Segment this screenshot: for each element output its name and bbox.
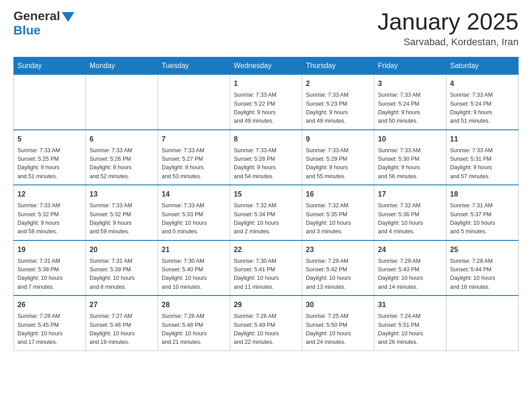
calendar-cell: 12Sunrise: 7:33 AM Sunset: 5:32 PM Dayli… (14, 185, 86, 240)
day-number: 21 (162, 244, 226, 255)
day-number: 16 (306, 189, 370, 200)
calendar-cell: 18Sunrise: 7:31 AM Sunset: 5:37 PM Dayli… (446, 185, 519, 240)
calendar-subtitle: Sarvabad, Kordestan, Iran (378, 36, 519, 48)
calendar-week-row: 26Sunrise: 7:28 AM Sunset: 5:45 PM Dayli… (14, 295, 519, 351)
day-info: Sunrise: 7:31 AM Sunset: 5:37 PM Dayligh… (450, 201, 515, 236)
calendar-cell: 20Sunrise: 7:31 AM Sunset: 5:39 PM Dayli… (86, 240, 158, 296)
day-number: 13 (90, 189, 154, 200)
calendar-cell: 5Sunrise: 7:33 AM Sunset: 5:25 PM Daylig… (14, 130, 86, 185)
day-info: Sunrise: 7:32 AM Sunset: 5:36 PM Dayligh… (378, 201, 442, 236)
weekday-header-thursday: Thursday (302, 57, 374, 75)
day-number: 3 (378, 78, 442, 89)
day-info: Sunrise: 7:33 AM Sunset: 5:22 PM Dayligh… (234, 91, 298, 126)
day-number: 30 (306, 300, 370, 310)
day-number: 2 (306, 78, 370, 89)
day-number: 23 (306, 244, 370, 255)
day-number: 29 (234, 300, 298, 310)
day-info: Sunrise: 7:29 AM Sunset: 5:42 PM Dayligh… (306, 257, 370, 292)
day-number: 31 (378, 300, 442, 310)
weekday-header-saturday: Saturday (446, 57, 519, 75)
calendar-cell: 4Sunrise: 7:33 AM Sunset: 5:24 PM Daylig… (446, 75, 519, 130)
calendar-week-row: 19Sunrise: 7:31 AM Sunset: 5:38 PM Dayli… (14, 240, 519, 296)
day-number: 27 (90, 300, 154, 310)
calendar-cell (14, 75, 86, 130)
day-number: 8 (234, 134, 298, 145)
calendar-cell: 14Sunrise: 7:33 AM Sunset: 5:33 PM Dayli… (158, 185, 230, 240)
calendar-cell: 6Sunrise: 7:33 AM Sunset: 5:26 PM Daylig… (86, 130, 158, 185)
calendar-title: January 2025 (378, 9, 519, 34)
calendar-cell (158, 75, 230, 130)
calendar-cell: 15Sunrise: 7:32 AM Sunset: 5:34 PM Dayli… (230, 185, 302, 240)
day-info: Sunrise: 7:33 AM Sunset: 5:27 PM Dayligh… (162, 146, 226, 181)
day-info: Sunrise: 7:32 AM Sunset: 5:35 PM Dayligh… (306, 201, 370, 236)
calendar-cell: 22Sunrise: 7:30 AM Sunset: 5:41 PM Dayli… (230, 240, 302, 296)
weekday-header-wednesday: Wednesday (230, 57, 302, 75)
day-number: 22 (234, 244, 298, 255)
day-info: Sunrise: 7:26 AM Sunset: 5:48 PM Dayligh… (162, 312, 226, 347)
day-info: Sunrise: 7:30 AM Sunset: 5:41 PM Dayligh… (234, 257, 298, 292)
calendar-cell: 7Sunrise: 7:33 AM Sunset: 5:27 PM Daylig… (158, 130, 230, 185)
logo-triangle-icon (62, 12, 74, 22)
day-info: Sunrise: 7:33 AM Sunset: 5:26 PM Dayligh… (90, 146, 154, 181)
day-number: 18 (450, 189, 515, 200)
day-info: Sunrise: 7:26 AM Sunset: 5:49 PM Dayligh… (234, 312, 298, 347)
weekday-header-monday: Monday (86, 57, 158, 75)
day-number: 5 (17, 134, 82, 145)
calendar-cell: 31Sunrise: 7:24 AM Sunset: 5:51 PM Dayli… (374, 295, 446, 351)
calendar-cell: 9Sunrise: 7:33 AM Sunset: 5:29 PM Daylig… (302, 130, 374, 185)
calendar-cell: 17Sunrise: 7:32 AM Sunset: 5:36 PM Dayli… (374, 185, 446, 240)
day-info: Sunrise: 7:30 AM Sunset: 5:40 PM Dayligh… (162, 257, 226, 292)
logo-general-text: General (13, 9, 60, 23)
calendar-header: SundayMondayTuesdayWednesdayThursdayFrid… (14, 57, 519, 75)
calendar-cell: 3Sunrise: 7:33 AM Sunset: 5:24 PM Daylig… (374, 75, 446, 130)
calendar-cell: 13Sunrise: 7:33 AM Sunset: 5:32 PM Dayli… (86, 185, 158, 240)
calendar-cell: 2Sunrise: 7:33 AM Sunset: 5:23 PM Daylig… (302, 75, 374, 130)
page-header: General Blue January 2025 Sarvabad, Kord… (13, 9, 519, 48)
calendar-cell: 11Sunrise: 7:33 AM Sunset: 5:31 PM Dayli… (446, 130, 519, 185)
day-info: Sunrise: 7:33 AM Sunset: 5:24 PM Dayligh… (378, 91, 442, 126)
day-number: 6 (90, 134, 154, 145)
calendar-cell: 16Sunrise: 7:32 AM Sunset: 5:35 PM Dayli… (302, 185, 374, 240)
day-info: Sunrise: 7:33 AM Sunset: 5:28 PM Dayligh… (234, 146, 298, 181)
day-number: 7 (162, 134, 226, 145)
day-number: 4 (450, 78, 515, 89)
calendar-cell: 8Sunrise: 7:33 AM Sunset: 5:28 PM Daylig… (230, 130, 302, 185)
day-number: 11 (450, 134, 515, 145)
day-number: 24 (378, 244, 442, 255)
day-number: 14 (162, 189, 226, 200)
calendar-cell: 21Sunrise: 7:30 AM Sunset: 5:40 PM Dayli… (158, 240, 230, 296)
day-number: 20 (90, 244, 154, 255)
day-info: Sunrise: 7:24 AM Sunset: 5:51 PM Dayligh… (378, 312, 442, 347)
calendar-cell (86, 75, 158, 130)
day-number: 28 (162, 300, 226, 310)
day-number: 10 (378, 134, 442, 145)
weekday-header-tuesday: Tuesday (158, 57, 230, 75)
day-number: 12 (17, 189, 82, 200)
day-number: 15 (234, 189, 298, 200)
day-info: Sunrise: 7:32 AM Sunset: 5:34 PM Dayligh… (234, 201, 298, 236)
logo: General Blue (13, 9, 74, 38)
day-number: 1 (234, 78, 298, 89)
day-number: 17 (378, 189, 442, 200)
calendar-table: SundayMondayTuesdayWednesdayThursdayFrid… (13, 57, 519, 351)
day-number: 26 (17, 300, 82, 310)
calendar-cell: 1Sunrise: 7:33 AM Sunset: 5:22 PM Daylig… (230, 75, 302, 130)
calendar-cell: 23Sunrise: 7:29 AM Sunset: 5:42 PM Dayli… (302, 240, 374, 296)
day-info: Sunrise: 7:33 AM Sunset: 5:32 PM Dayligh… (17, 201, 82, 236)
day-info: Sunrise: 7:33 AM Sunset: 5:23 PM Dayligh… (306, 91, 370, 126)
calendar-cell: 28Sunrise: 7:26 AM Sunset: 5:48 PM Dayli… (158, 295, 230, 351)
logo-blue-text: Blue (13, 23, 41, 38)
day-info: Sunrise: 7:33 AM Sunset: 5:30 PM Dayligh… (378, 146, 442, 181)
day-info: Sunrise: 7:31 AM Sunset: 5:39 PM Dayligh… (90, 257, 154, 292)
day-number: 25 (450, 244, 515, 255)
weekday-header-row: SundayMondayTuesdayWednesdayThursdayFrid… (14, 57, 519, 75)
weekday-header-sunday: Sunday (14, 57, 86, 75)
title-block: January 2025 Sarvabad, Kordestan, Iran (378, 9, 519, 48)
day-info: Sunrise: 7:28 AM Sunset: 5:45 PM Dayligh… (17, 312, 82, 347)
day-number: 9 (306, 134, 370, 145)
calendar-cell: 25Sunrise: 7:28 AM Sunset: 5:44 PM Dayli… (446, 240, 519, 296)
calendar-cell: 27Sunrise: 7:27 AM Sunset: 5:46 PM Dayli… (86, 295, 158, 351)
day-info: Sunrise: 7:33 AM Sunset: 5:29 PM Dayligh… (306, 146, 370, 181)
day-number: 19 (17, 244, 82, 255)
day-info: Sunrise: 7:33 AM Sunset: 5:24 PM Dayligh… (450, 91, 515, 126)
